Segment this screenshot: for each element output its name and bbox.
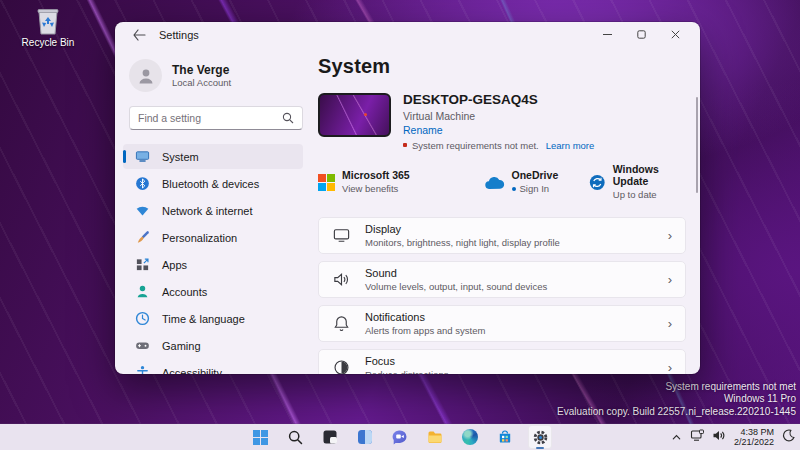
file-explorer-button[interactable] — [423, 425, 447, 449]
warning-text: System requirements not met. — [412, 141, 539, 151]
minimize-icon — [603, 30, 612, 39]
search-icon — [288, 430, 303, 445]
device-type: Virtual Machine — [403, 111, 594, 122]
minimize-button[interactable] — [590, 24, 624, 45]
network-icon — [690, 429, 704, 442]
taskbar-clock[interactable]: 4:38 PM 2/21/2022 — [734, 427, 774, 447]
sidebar-item-label: Accessibility — [162, 367, 222, 375]
network-icon — [135, 203, 150, 218]
device-wallpaper-thumbnail — [318, 93, 391, 137]
sidebar-item-personalization[interactable]: Personalization — [123, 225, 303, 250]
chevron-up-icon — [671, 432, 682, 442]
setting-title: Sound — [365, 267, 547, 280]
titlebar: Settings — [115, 22, 700, 47]
setting-row-display[interactable]: Display Monitors, brightness, night ligh… — [318, 217, 686, 254]
search-input[interactable] — [138, 112, 282, 124]
sidebar-item-network-internet[interactable]: Network & internet — [123, 198, 303, 223]
do-not-disturb-button[interactable] — [782, 428, 795, 446]
avatar — [129, 59, 162, 92]
bluetooth-icon — [135, 176, 150, 191]
setting-title: Display — [365, 223, 560, 236]
onedrive-icon — [483, 175, 505, 190]
setting-subtitle: Reduce distractions — [365, 369, 448, 375]
onedrive-tile[interactable]: OneDrive Sign In — [483, 169, 590, 195]
close-button[interactable] — [658, 24, 692, 45]
setting-subtitle: Monitors, brightness, night light, displ… — [365, 237, 560, 249]
device-header: DESKTOP-GESAQ4S Virtual Machine Rename S… — [318, 93, 686, 150]
attention-dot-icon — [512, 187, 516, 191]
recycle-bin-desktop-icon[interactable]: Recycle Bin — [18, 6, 78, 48]
window-title: Settings — [159, 29, 199, 41]
accounts-icon — [135, 284, 150, 299]
task-view-icon — [322, 429, 338, 445]
warning-dot-icon — [403, 143, 407, 147]
gaming-icon — [135, 338, 150, 353]
setting-title: Notifications — [365, 311, 485, 324]
start-button[interactable] — [248, 425, 272, 449]
store-button[interactable] — [493, 425, 517, 449]
learn-more-link[interactable]: Learn more — [546, 141, 595, 151]
hidden-icons-chevron[interactable] — [671, 428, 682, 446]
back-button[interactable] — [129, 26, 149, 44]
microsoft-store-icon — [497, 429, 513, 445]
sidebar-item-label: System — [162, 151, 199, 163]
task-view-button[interactable] — [318, 425, 342, 449]
scrollbar[interactable] — [696, 97, 698, 193]
accessibility-icon — [135, 365, 150, 374]
sidebar-item-time-language[interactable]: Time & language — [123, 306, 303, 331]
network-tray-button[interactable] — [690, 428, 704, 446]
recycle-bin-label: Recycle Bin — [18, 37, 78, 48]
requirements-warning: System requirements not met. Learn more — [403, 141, 594, 151]
account-header[interactable]: The Verge Local Account — [123, 51, 303, 96]
microsoft-365-icon — [318, 174, 335, 191]
sidebar-item-apps[interactable]: Apps — [123, 252, 303, 277]
teams-chat-icon — [392, 429, 408, 445]
edge-icon — [462, 429, 478, 445]
watermark-line-1: System requirements not met — [557, 381, 796, 394]
setting-row-notifications[interactable]: Notifications Alerts from apps and syste… — [318, 305, 686, 342]
chat-button[interactable] — [388, 425, 412, 449]
search-icon — [282, 112, 294, 124]
sidebar-item-gaming[interactable]: Gaming — [123, 333, 303, 358]
microsoft-365-tile[interactable]: Microsoft 365 View benefits — [318, 169, 483, 195]
search-box[interactable] — [129, 106, 303, 130]
sidebar-item-label: Apps — [162, 259, 187, 271]
sidebar-item-system[interactable]: System — [123, 144, 303, 169]
time-language-icon — [135, 311, 150, 326]
settings-taskbar-button[interactable] — [528, 425, 552, 449]
desktop: Recycle Bin System requirements not met … — [0, 0, 800, 450]
setting-row-focus[interactable]: Focus Reduce distractions › — [318, 349, 686, 374]
chevron-right-icon: › — [668, 272, 672, 287]
display-icon — [332, 226, 351, 245]
notifications-icon — [332, 314, 351, 333]
setting-row-sound[interactable]: Sound Volume levels, output, input, soun… — [318, 261, 686, 298]
personalization-icon — [135, 230, 150, 245]
volume-tray-button[interactable] — [712, 428, 726, 446]
sidebar-item-accounts[interactable]: Accounts — [123, 279, 303, 304]
sidebar-item-label: Personalization — [162, 232, 237, 244]
quick-title: OneDrive — [512, 169, 559, 181]
sidebar-item-bluetooth-devices[interactable]: Bluetooth & devices — [123, 171, 303, 196]
rename-link[interactable]: Rename — [403, 125, 594, 136]
maximize-button[interactable] — [624, 24, 658, 45]
quick-subtitle-row: Sign In — [512, 183, 559, 195]
watermark-line-2: Windows 11 Pro — [557, 393, 796, 406]
sidebar-item-accessibility[interactable]: Accessibility — [123, 360, 303, 374]
widgets-button[interactable] — [353, 425, 377, 449]
sidebar-item-label: Bluetooth & devices — [162, 178, 259, 190]
edge-button[interactable] — [458, 425, 482, 449]
tray-date: 2/21/2022 — [734, 437, 774, 447]
chevron-right-icon: › — [668, 228, 672, 243]
system-icon — [135, 149, 150, 164]
sound-icon — [332, 270, 351, 289]
focus-icon — [332, 358, 351, 374]
windows-update-tile[interactable]: Windows Update Up to date — [589, 163, 686, 201]
taskbar-center-icons — [248, 424, 552, 450]
quick-subtitle: Sign In — [520, 183, 550, 195]
taskbar: 4:38 PM 2/21/2022 — [0, 424, 800, 450]
back-arrow-icon — [132, 29, 146, 41]
page-title: System — [318, 55, 686, 78]
taskbar-search-button[interactable] — [283, 425, 307, 449]
chevron-right-icon: › — [668, 360, 672, 374]
setting-subtitle: Alerts from apps and system — [365, 325, 485, 337]
